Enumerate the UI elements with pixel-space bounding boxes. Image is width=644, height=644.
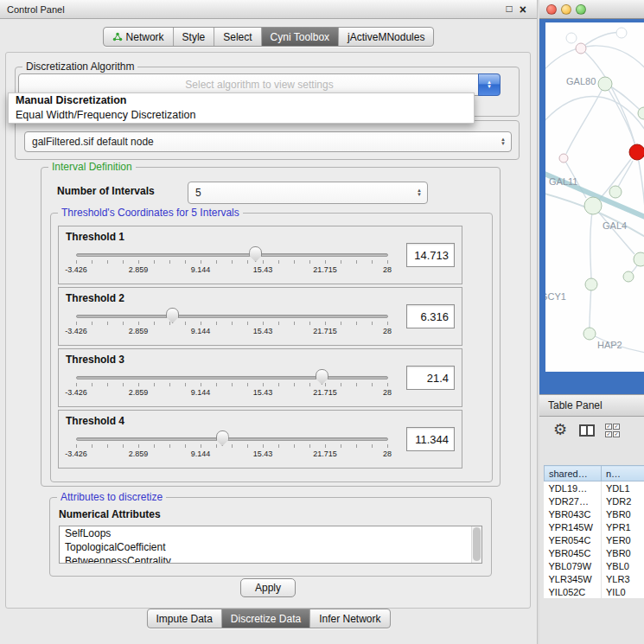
slider-track[interactable] xyxy=(76,253,388,257)
node-label-hap2[interactable]: HAP2 xyxy=(597,340,622,350)
control-panel-titlebar: Control Panel □ × xyxy=(0,0,537,19)
list-item[interactable]: SelfLoops xyxy=(60,526,481,540)
threshold-value-field[interactable]: 11.344 xyxy=(406,427,455,451)
list-scrollbar[interactable] xyxy=(471,526,481,563)
scrollbar-thumb[interactable] xyxy=(473,527,481,561)
tab-label: Infer Network xyxy=(319,613,380,625)
combo-arrows-icon[interactable]: ▲ ▼ xyxy=(478,73,501,96)
tick-label: 9.144 xyxy=(191,327,211,335)
table-row[interactable]: YDR27…YDR2 xyxy=(545,494,644,507)
tab-label: Network xyxy=(126,31,164,43)
right-side: GAL80GAL11GAL4GCY1HAP2 Table Panel ⚙ sha… xyxy=(539,0,644,644)
tab-label: Select xyxy=(223,31,252,43)
algorithm-placeholder: Select algorithm to view settings xyxy=(19,79,500,91)
slider-track[interactable] xyxy=(76,437,388,441)
table-cell: YLR3 xyxy=(602,572,644,585)
node-label-gcy1[interactable]: GCY1 xyxy=(545,291,566,302)
list-item[interactable]: BetweennessCentrality xyxy=(60,554,481,564)
column-header[interactable]: shared… xyxy=(545,466,602,481)
tick-label: 28 xyxy=(383,327,392,335)
list-item[interactable]: TopologicalCoefficient xyxy=(60,540,481,554)
threshold-value-field[interactable]: 6.316 xyxy=(406,304,455,328)
slider-ticks xyxy=(76,444,389,448)
tick-label: 21.715 xyxy=(313,388,337,397)
tick-label: 21.715 xyxy=(313,327,337,335)
traffic-light-zoom-icon[interactable] xyxy=(576,4,586,15)
tick-label: -3.426 xyxy=(65,388,87,397)
tab-label: Style xyxy=(182,31,206,43)
node-table: shared…n… YDL19…YDL1YDR27…YDR2YBR043CYBR… xyxy=(544,465,644,598)
tick-label: 9.144 xyxy=(191,450,211,458)
table-cell: YIL052C xyxy=(545,585,602,598)
table-row[interactable]: YDL19…YDL1 xyxy=(545,481,644,495)
tick-label: 28 xyxy=(383,388,392,397)
float-window-icon[interactable]: □ xyxy=(507,3,513,16)
table-row[interactable]: YBL079WYBL0 xyxy=(545,559,644,572)
network-window-titlebar xyxy=(539,0,644,19)
column-header[interactable]: n… xyxy=(602,466,644,481)
tab-infer-network[interactable]: Infer Network xyxy=(310,609,389,628)
tab-label: Impute Data xyxy=(156,613,212,625)
table-row[interactable]: YPR145WYPR1 xyxy=(545,520,644,533)
tab-discretize-data[interactable]: Discretize Data xyxy=(222,609,310,628)
network-canvas[interactable]: GAL80GAL11GAL4GCY1HAP2 xyxy=(545,22,644,372)
tick-label: -3.426 xyxy=(65,327,87,335)
traffic-light-minimize-icon[interactable] xyxy=(561,4,571,15)
apply-button[interactable]: Apply xyxy=(240,578,296,597)
show-columns-icon[interactable] xyxy=(579,424,595,437)
table-row[interactable]: YLR345WYLR3 xyxy=(545,572,644,585)
slider-ticks xyxy=(76,260,389,264)
select-columns-icon[interactable] xyxy=(605,424,622,437)
slider-track[interactable] xyxy=(76,315,388,318)
table-panel-header: Table Panel xyxy=(539,394,644,417)
settings-gear-icon[interactable]: ⚙ xyxy=(553,420,567,439)
close-panel-icon[interactable]: × xyxy=(520,3,526,16)
table-cell: YDL1 xyxy=(602,481,644,495)
control-panel: Control Panel □ × NetworkStyleSelectCyni… xyxy=(0,0,538,644)
tab-impute-data[interactable]: Impute Data xyxy=(147,609,221,628)
panel-title: Control Panel xyxy=(7,4,65,15)
threshold-label: Threshold 3 xyxy=(66,354,124,366)
tick-label: 2.859 xyxy=(129,327,149,335)
slider-ticks xyxy=(76,383,389,386)
table-cell: YBR045C xyxy=(545,546,602,559)
table-row[interactable]: YBR043CYBR0 xyxy=(545,507,644,520)
slider-ticks xyxy=(76,322,389,325)
tick-label: 2.859 xyxy=(129,450,149,458)
dropdown-option-equal-width[interactable]: Equal Width/Frequency Discretization xyxy=(9,108,474,123)
tick-label: 2.859 xyxy=(129,265,149,274)
tick-label: 2.859 xyxy=(129,388,149,397)
tab-style[interactable]: Style xyxy=(174,28,215,46)
table-cell: YPR1 xyxy=(602,520,644,533)
table-row[interactable]: YIL052CYIL0 xyxy=(545,585,644,598)
highlighted-node[interactable] xyxy=(629,144,644,160)
traffic-light-close-icon[interactable] xyxy=(546,4,557,15)
slider-track[interactable] xyxy=(76,376,388,379)
threshold-value-field[interactable]: 14.713 xyxy=(406,243,455,267)
tab-jactivemnodules[interactable]: jActiveMNodules xyxy=(339,28,433,46)
node-label-gal4[interactable]: GAL4 xyxy=(603,220,627,231)
table-row[interactable]: YBR045CYBR0 xyxy=(545,546,644,559)
table-data-select[interactable]: galFiltered.sif default node ▲▼ xyxy=(24,131,512,152)
node-label-gal80[interactable]: GAL80 xyxy=(566,76,596,86)
tick-label: 21.715 xyxy=(313,265,337,274)
network-selection-frame: GAL80GAL11GAL4GCY1HAP2 xyxy=(539,19,644,394)
table-row[interactable]: YER054CYER0 xyxy=(545,533,644,546)
tab-network[interactable]: Network xyxy=(104,28,174,46)
tab-label: Discretize Data xyxy=(231,613,301,625)
table-cell: YBL079W xyxy=(545,559,602,572)
table-cell: YER0 xyxy=(602,533,644,546)
threshold-panel-1: Threshold 1-3.4262.8599.14415.4321.71528… xyxy=(58,226,462,284)
group-title: Threshold's Coordinates for 5 Intervals xyxy=(58,207,243,219)
numerical-attributes-list[interactable]: SelfLoopsTopologicalCoefficientBetweenne… xyxy=(59,526,482,564)
threshold-value-field[interactable]: 21.4 xyxy=(406,366,455,390)
dropdown-option-manual-discretization[interactable]: Manual Discretization xyxy=(9,93,474,108)
node-label-gal11[interactable]: GAL11 xyxy=(549,176,577,187)
table-panel-title: Table Panel xyxy=(548,399,603,411)
number-of-intervals-select[interactable]: 5 ▲▼ xyxy=(188,182,428,204)
tab-select[interactable]: Select xyxy=(214,28,261,46)
tab-cyni-toolbox[interactable]: Cyni Toolbox xyxy=(262,28,339,46)
tick-label: -3.426 xyxy=(65,450,87,458)
group-title: Discretization Algorithm xyxy=(22,61,137,73)
combo-arrows-icon: ▲▼ xyxy=(501,137,506,146)
